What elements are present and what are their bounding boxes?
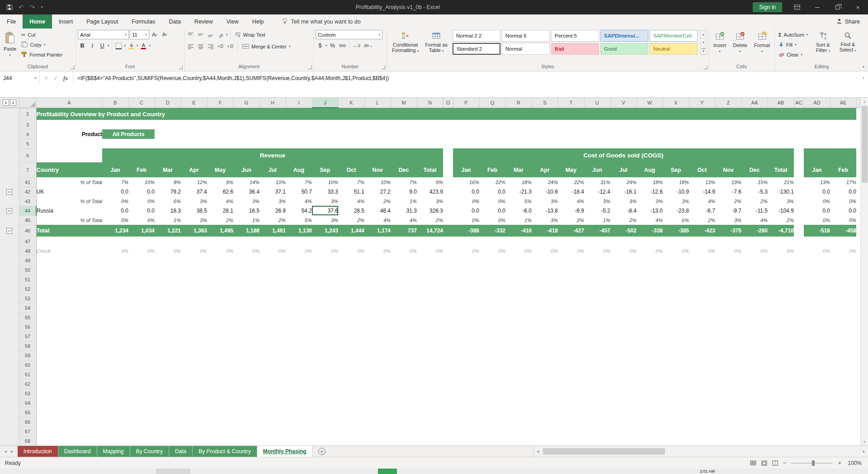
cell[interactable]: 3% [259,196,286,206]
cell[interactable] [36,265,856,275]
cell[interactable]: -5.3 [741,187,768,196]
cell[interactable]: 1% [505,215,532,225]
cell[interactable] [794,196,804,206]
cell[interactable]: 1% [584,215,610,225]
cell[interactable]: -10.9 [663,187,689,196]
cell[interactable]: 0% [102,215,128,225]
cell[interactable] [36,148,102,162]
cell[interactable]: 37.4 [181,187,207,196]
style-sapmembercell[interactable]: SAPMemberCell [650,30,698,42]
cell[interactable]: 0.0 [479,187,505,196]
row-header-49[interactable]: 49 [19,256,36,265]
ribbon-collapse-icon[interactable]: ▴ [863,64,864,68]
decrease-decimal-button[interactable]: .00→ [362,41,374,50]
menu-tab-formulas[interactable]: Formulas [125,14,162,28]
cell[interactable]: 3% [584,196,610,206]
undo-icon[interactable]: ↶ [19,4,24,11]
column-header-M[interactable]: M [391,98,417,108]
orientation-button[interactable]: ab [216,30,225,39]
cell[interactable] [36,417,856,427]
menu-tab-view[interactable]: View [220,14,245,28]
column-header-D[interactable]: D [155,98,181,108]
cell[interactable]: May [207,162,233,177]
sheet-tab-by-product-country[interactable]: By Product & Country [193,446,257,457]
cell[interactable]: 7% [286,177,312,187]
cell[interactable]: Jun [584,162,610,177]
cell[interactable]: Sep [312,162,338,177]
cell[interactable]: 24% [610,177,637,187]
share-button[interactable]: Share [836,14,860,28]
cell[interactable]: 10% [259,177,286,187]
cell[interactable] [794,148,804,162]
gallery-more-icon[interactable]: ▾ [701,47,706,55]
cell[interactable] [36,294,856,303]
cell[interactable]: 0.0 [830,187,856,196]
cell[interactable]: -418 [532,225,558,237]
cell[interactable]: -16.1 [610,187,637,196]
cell[interactable] [36,256,856,265]
cell[interactable]: -410 [505,225,532,237]
column-header-AC[interactable]: AC [794,98,804,108]
cell[interactable]: 0% [830,215,856,225]
column-header-T[interactable]: T [558,98,584,108]
autosum-button[interactable]: Σ AutoSum ▾ [777,30,810,40]
cell[interactable]: 0% [453,215,479,225]
align-center-button[interactable] [196,42,205,51]
row-header-51[interactable]: 51 [19,275,36,284]
cell[interactable]: Russia [36,206,102,215]
cell[interactable]: 0% [181,246,207,256]
column-header-L[interactable]: L [364,98,391,108]
select-all-corner[interactable] [19,98,36,108]
vertical-scroll-thumb[interactable] [862,106,868,183]
cell[interactable] [443,177,453,187]
cell[interactable]: 423.9 [417,187,443,196]
column-header-W[interactable]: W [637,98,663,108]
cell[interactable]: 3% [768,196,794,206]
style-bad[interactable]: Bad [551,43,599,55]
cell[interactable]: 0% [286,246,312,256]
cell[interactable]: Aug [286,162,312,177]
zoom-slider-thumb[interactable] [812,460,815,466]
align-middle-button[interactable] [196,30,205,39]
close-button[interactable]: × [848,0,868,14]
fill-button[interactable]: Fill ▾ [777,40,810,50]
column-header-V[interactable]: V [610,98,637,108]
cell[interactable]: -12.6 [637,187,663,196]
row-header-2[interactable]: 2 [19,108,36,120]
column-header-I[interactable]: I [286,98,312,108]
cell[interactable]: 0% [102,246,128,256]
column-header-Y[interactable]: Y [689,98,715,108]
clipboard-dialog-launcher-icon[interactable] [71,66,74,69]
column-header-AA[interactable]: AA [741,98,768,108]
menu-tab-insert[interactable]: Insert [52,14,80,28]
row-header-47[interactable]: 47 [19,237,36,246]
cell[interactable]: 13% [689,177,715,187]
cell[interactable]: Mar [505,162,532,177]
cell[interactable] [36,332,856,341]
cell[interactable]: -458 [830,225,856,237]
increase-indent-button[interactable] [226,42,235,51]
cell[interactable]: 62.6 [207,187,233,196]
cell[interactable]: 2% [417,215,443,225]
cell[interactable]: -10.6 [532,187,558,196]
cell[interactable]: -338 [637,225,663,237]
column-header-A[interactable]: A [36,98,102,108]
wrap-text-button[interactable]: Wrap Text [233,30,267,40]
cell[interactable] [36,379,856,389]
cell[interactable]: UK [36,187,102,196]
outline-level-1-button[interactable]: 1 [3,100,9,106]
cell[interactable]: 0% [558,246,584,256]
row-header-53[interactable]: 53 [19,294,36,303]
cell[interactable]: 1% [233,215,259,225]
row-header-67[interactable]: 67 [19,427,36,436]
cell[interactable] [443,206,453,215]
font-size-select[interactable]: 11▾ [130,30,149,39]
cell[interactable]: -332 [479,225,505,237]
row-header-55[interactable]: 55 [19,313,36,322]
cell[interactable]: Apr [532,162,558,177]
zoom-slider[interactable] [791,463,833,464]
cell[interactable]: -457 [584,225,610,237]
cell[interactable]: 3% [233,196,259,206]
cell[interactable]: 2% [558,215,584,225]
row-header-4[interactable]: 4 [19,129,36,139]
